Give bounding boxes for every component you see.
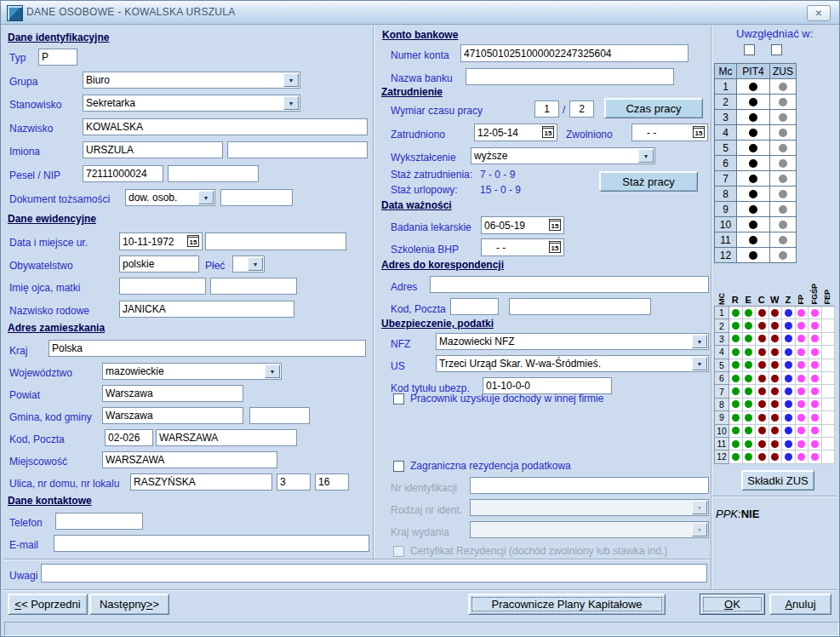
chevron-down-icon[interactable]: ▼ <box>198 191 214 204</box>
czas-pracy-button[interactable]: Czas pracy <box>604 98 703 118</box>
c-dot <box>758 387 766 395</box>
nr-lokalu-field[interactable] <box>315 473 349 491</box>
nr-ident-field[interactable] <box>470 477 709 494</box>
c-dot <box>758 427 766 434</box>
numer-konta-label: Numer konta <box>391 49 449 61</box>
rodowe-label: Nazwisko rodowe <box>9 305 89 317</box>
wymiar-licznik-field[interactable] <box>534 100 559 118</box>
dochody-checkbox[interactable] <box>393 393 404 405</box>
us-combobox[interactable]: Trzeci Urząd Skar. W-wa-Śródmieś.▼ <box>436 355 709 372</box>
imie2-field[interactable] <box>227 141 368 158</box>
stanowisko-combobox[interactable]: Sekretarka▼ <box>83 95 300 112</box>
chevron-down-icon[interactable]: ▼ <box>248 257 263 271</box>
nfz-combobox[interactable]: Mazowiecki NFZ▼ <box>436 333 709 350</box>
plec-combobox[interactable]: ▼ <box>232 255 265 273</box>
poczta2-field[interactable] <box>509 298 651 315</box>
chevron-down-icon[interactable]: ▼ <box>283 96 299 110</box>
imie1-field[interactable] <box>83 141 223 158</box>
calendar-icon[interactable]: 15 <box>187 235 199 247</box>
birth-date-field[interactable]: 10-11-197215 <box>119 232 203 250</box>
window-title: DANE OSOBOWE - KOWALSKA URSZULA <box>26 6 236 18</box>
fp-dot <box>797 322 805 330</box>
c-dot <box>758 322 766 330</box>
chevron-down-icon[interactable]: ▼ <box>265 364 280 378</box>
zatrudniono-date-field[interactable]: 12-05-1415 <box>474 123 557 141</box>
pit4-dot <box>749 113 757 122</box>
r-dot <box>732 440 740 448</box>
father-name-field[interactable] <box>119 278 206 295</box>
mother-name-field[interactable] <box>210 278 297 295</box>
staz-pracy-button[interactable]: Staż pracy <box>599 171 698 192</box>
calendar-icon[interactable]: 15 <box>549 241 561 253</box>
email-field[interactable] <box>54 535 369 552</box>
e-dot <box>745 414 752 422</box>
c-dot <box>758 400 766 408</box>
close-button[interactable]: ✕ <box>807 5 831 21</box>
telefon-field[interactable] <box>55 513 143 530</box>
chevron-down-icon[interactable]: ▼ <box>692 357 707 370</box>
nazwisko-field[interactable] <box>83 118 368 135</box>
szkolenia-date-field[interactable]: - -15 <box>481 238 564 256</box>
fp-dot <box>797 387 805 395</box>
dokument-nr-field[interactable] <box>220 189 293 206</box>
birth-place-field[interactable] <box>205 232 346 250</box>
uwzgledniac-checkbox-2[interactable] <box>771 44 782 55</box>
zwolniono-date-field[interactable]: - -15 <box>631 123 708 141</box>
gmina-field[interactable] <box>102 407 243 424</box>
nazwa-banku-field[interactable] <box>466 68 674 85</box>
pesel-field[interactable] <box>83 165 163 182</box>
ppk-status: PPK:NIE <box>716 508 759 520</box>
next-button[interactable]: Następny >> <box>89 594 169 615</box>
r-dot <box>732 309 740 317</box>
kod2-field[interactable] <box>450 298 499 315</box>
kraj-field[interactable] <box>49 340 366 357</box>
fp-dot <box>797 440 805 448</box>
miejscowosc-field[interactable] <box>102 451 277 468</box>
pit-zus-row: 9 <box>715 202 797 217</box>
kod2-poczta-label: Kod, Poczta <box>391 303 446 315</box>
skladki-zus-button[interactable]: Składki ZUS <box>741 470 814 491</box>
badania-date-field[interactable]: 06-05-1915 <box>481 216 564 234</box>
rezydencja-checkbox[interactable] <box>393 461 404 472</box>
e-dot <box>745 440 752 448</box>
ulica-field[interactable] <box>130 473 272 491</box>
wyksztalcenie-combobox[interactable]: wyższe▼ <box>471 147 655 164</box>
email-label: E-mail <box>9 539 38 551</box>
typ-field[interactable] <box>38 49 77 66</box>
divider-left-middle <box>373 26 374 559</box>
kod-tytulu-field[interactable] <box>483 377 612 394</box>
grupa-combobox[interactable]: Biuro▼ <box>83 72 300 89</box>
nip-field[interactable] <box>168 165 259 182</box>
uwagi-field[interactable] <box>41 564 707 582</box>
fp-dot <box>797 427 805 434</box>
ok-button[interactable]: OK <box>700 594 765 615</box>
powiat-field[interactable] <box>102 385 243 402</box>
nazwa-banku-label: Nazwa banku <box>391 72 453 84</box>
wojewodztwo-combobox[interactable]: mazowieckie▼ <box>102 363 282 380</box>
previous-button[interactable]: << Poprzedni <box>8 594 88 615</box>
kod-field[interactable] <box>105 429 153 446</box>
c-dot <box>758 348 766 356</box>
nazwisko-label: Nazwisko <box>9 123 53 135</box>
staz-urlopowy-label: Staż urlopowy: <box>391 184 458 196</box>
dokument-combobox[interactable]: dow. osob.▼ <box>125 189 215 206</box>
cancel-button[interactable]: Anuluj <box>769 594 831 615</box>
calendar-icon[interactable]: 15 <box>542 126 554 138</box>
rodowe-field[interactable] <box>119 301 294 318</box>
uwzgledniac-checkbox-1[interactable] <box>744 44 755 55</box>
nr-domu-field[interactable] <box>277 473 311 491</box>
adres-field[interactable] <box>430 276 709 293</box>
calendar-icon[interactable]: 15 <box>549 219 561 231</box>
us-label: US <box>391 360 405 372</box>
calendar-icon[interactable]: 15 <box>693 126 705 138</box>
chevron-down-icon[interactable]: ▼ <box>283 73 299 87</box>
ppk-button[interactable]: Pracownicze Plany Kapitałowe <box>468 594 666 615</box>
gmina-kod-field[interactable] <box>249 407 310 424</box>
obywatelstwo-field[interactable] <box>119 255 199 273</box>
chevron-down-icon[interactable]: ▼ <box>692 335 707 348</box>
zus-grid-row: 10 <box>715 425 835 438</box>
poczta-field[interactable] <box>156 429 297 446</box>
chevron-down-icon[interactable]: ▼ <box>638 149 654 163</box>
numer-konta-field[interactable] <box>460 44 689 62</box>
wymiar-mianownik-field[interactable] <box>569 100 594 118</box>
